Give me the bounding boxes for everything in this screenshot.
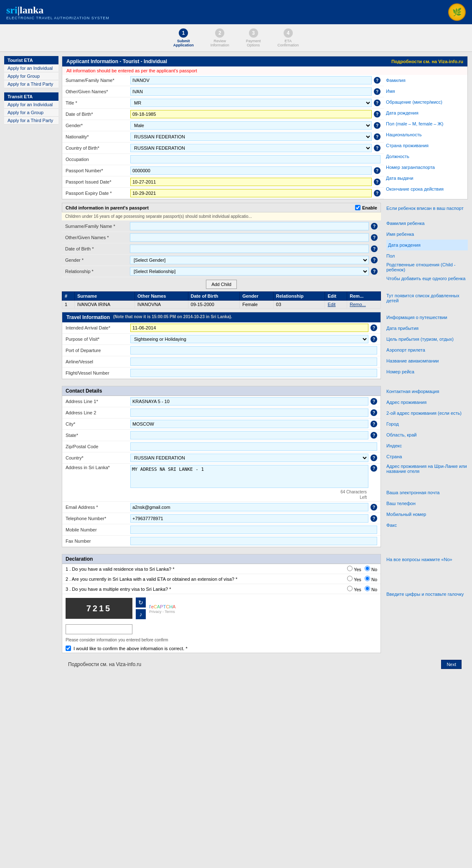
nationality-help[interactable]: ? xyxy=(374,133,381,140)
state-input[interactable] xyxy=(130,431,368,439)
child-dob-help[interactable]: ? xyxy=(371,245,378,252)
child-surname-help[interactable]: ? xyxy=(371,223,378,230)
city-input[interactable] xyxy=(130,420,368,428)
passport-help[interactable]: ? xyxy=(374,167,381,174)
arrival-help[interactable]: ? xyxy=(370,324,377,331)
row-edit[interactable]: Edit xyxy=(325,301,347,309)
child-surname-row: Surname/Family Name * ? xyxy=(62,221,381,232)
step-3[interactable]: 3 PaymentOptions xyxy=(246,28,261,47)
gender-help[interactable]: ? xyxy=(374,122,381,129)
port-input[interactable] xyxy=(130,346,377,355)
decl-q1-yes[interactable] xyxy=(347,566,353,571)
child-dob-label: Date of Birth * xyxy=(65,246,130,251)
given-help[interactable]: ? xyxy=(374,88,381,95)
flight-input[interactable] xyxy=(130,369,377,377)
ru-child-add: Чтобы добавить еще одного ребенка xyxy=(386,273,468,284)
child-dob-input[interactable] xyxy=(130,245,369,253)
child-gender-help[interactable]: ? xyxy=(371,257,378,263)
ru-passport: Номер загранпаспорта xyxy=(386,162,467,173)
passport-row: Passport Number* ? xyxy=(62,165,384,176)
sidebar-item-third[interactable]: Apply for a Third Party xyxy=(4,80,58,88)
sidebar-transit-third[interactable]: Apply for a Third Party xyxy=(4,117,58,125)
passport-issued-input[interactable] xyxy=(130,178,372,186)
passport-expiry-help[interactable]: ? xyxy=(374,190,381,197)
phone-row: Telephone Number* ? xyxy=(62,513,381,524)
row-remove[interactable]: Remo... xyxy=(347,301,381,309)
addr1-input[interactable] xyxy=(130,397,368,406)
purpose-select[interactable]: Sightseeing or Holidaying xyxy=(130,335,368,343)
sri-help[interactable]: ? xyxy=(370,465,377,472)
zip-input[interactable] xyxy=(130,442,377,451)
decl-q1-no[interactable] xyxy=(365,566,370,571)
sri-textarea[interactable]: MY ADRESS NA SRI LANKE - 1 xyxy=(130,465,368,488)
captcha-audio-btn[interactable]: ♪ xyxy=(136,609,146,619)
captcha-refresh-btn[interactable]: ↻ xyxy=(136,597,146,608)
surname-input[interactable] xyxy=(130,76,372,84)
decl-q3-no[interactable] xyxy=(365,586,370,591)
child-gender-select[interactable]: [Select Gender] MaleFemale xyxy=(130,256,369,264)
passport-issued-help[interactable]: ? xyxy=(374,179,381,185)
fax-input[interactable] xyxy=(130,537,377,545)
decl-q3-yes[interactable] xyxy=(347,586,353,591)
gender-select[interactable]: MaleFemale xyxy=(130,121,372,130)
state-help[interactable]: ? xyxy=(370,432,377,439)
nationality-select[interactable]: RUSSIAN FEDERATION xyxy=(130,133,372,141)
airline-input[interactable] xyxy=(130,357,377,366)
email-input[interactable] xyxy=(130,503,368,511)
mobile-input[interactable] xyxy=(130,526,377,534)
dob-help[interactable]: ? xyxy=(374,111,381,117)
ru-purpose: Цель прибытия (туризм, отдых) xyxy=(386,334,468,345)
given-input[interactable] xyxy=(130,87,372,96)
country-help[interactable]: ? xyxy=(370,454,377,461)
sidebar-transit-individual[interactable]: Apply for an Individual xyxy=(4,101,58,109)
port-row: Port of Departure xyxy=(62,345,381,356)
country-select[interactable]: RUSSIAN FEDERATION xyxy=(130,454,368,462)
mobile-row: Mobile Number xyxy=(62,524,381,536)
sidebar-item-group[interactable]: Apply for Group xyxy=(4,72,58,80)
purpose-help[interactable]: ? xyxy=(370,336,377,342)
occupation-input[interactable] xyxy=(130,155,381,163)
arrival-input[interactable] xyxy=(130,324,368,332)
title-help[interactable]: ? xyxy=(374,100,381,106)
passport-expiry-control xyxy=(130,189,372,197)
child-note: Children under 16 years of age possessin… xyxy=(62,212,381,221)
city-help[interactable]: ? xyxy=(370,421,377,427)
child-given-input[interactable] xyxy=(130,233,369,242)
captcha-input[interactable] xyxy=(66,624,132,634)
child-rel-help[interactable]: ? xyxy=(371,268,378,275)
child-surname-control xyxy=(130,222,369,230)
enable-checkbox[interactable] xyxy=(355,205,360,210)
surname-help[interactable]: ? xyxy=(374,77,381,84)
sidebar-transit-group[interactable]: Apply for a Group xyxy=(4,109,58,117)
add-child-button[interactable]: Add Child xyxy=(206,280,237,289)
decl-q2-yes[interactable] xyxy=(347,576,353,581)
child-rel-select[interactable]: [Select Relationship] SonDaughter xyxy=(130,267,369,276)
passport-expiry-input[interactable] xyxy=(130,189,372,197)
email-help[interactable]: ? xyxy=(370,504,377,511)
sidebar-item-individual[interactable]: Apply for an Individual xyxy=(4,64,58,72)
step-1[interactable]: 1 SubmitApplication xyxy=(173,28,194,47)
step-4-num: 4 xyxy=(284,28,293,38)
decl-q2-no[interactable] xyxy=(365,576,370,581)
title-select[interactable]: MRMRSMSMISS xyxy=(130,99,372,107)
addr2-input[interactable] xyxy=(130,408,368,417)
gender-row: Gender* MaleFemale ? xyxy=(62,120,384,131)
decl-q3-radios: Yes No xyxy=(347,586,377,592)
country-birth-select[interactable]: RUSSIAN FEDERATION xyxy=(130,144,372,152)
phone-help[interactable]: ? xyxy=(370,515,377,522)
travel-header: Travel Information (Note that now it is … xyxy=(62,312,381,322)
step-4[interactable]: 4 ETAConfirmation xyxy=(277,28,299,47)
phone-input[interactable] xyxy=(130,514,368,523)
passport-input[interactable] xyxy=(130,166,372,175)
country-birth-help[interactable]: ? xyxy=(374,145,381,151)
dob-input[interactable] xyxy=(130,110,372,118)
row-other: IVANOVNA xyxy=(135,301,188,309)
next-button[interactable]: Next xyxy=(441,660,462,669)
child-given-help[interactable]: ? xyxy=(371,234,378,241)
confirm-checkbox[interactable] xyxy=(66,646,71,651)
step-2[interactable]: 2 ReviewInformation xyxy=(211,28,229,47)
addr1-help[interactable]: ? xyxy=(370,398,377,405)
child-surname-input[interactable] xyxy=(130,222,369,230)
addr2-help[interactable]: ? xyxy=(370,409,377,416)
child-header: Child information in parent's passport E… xyxy=(62,203,381,212)
